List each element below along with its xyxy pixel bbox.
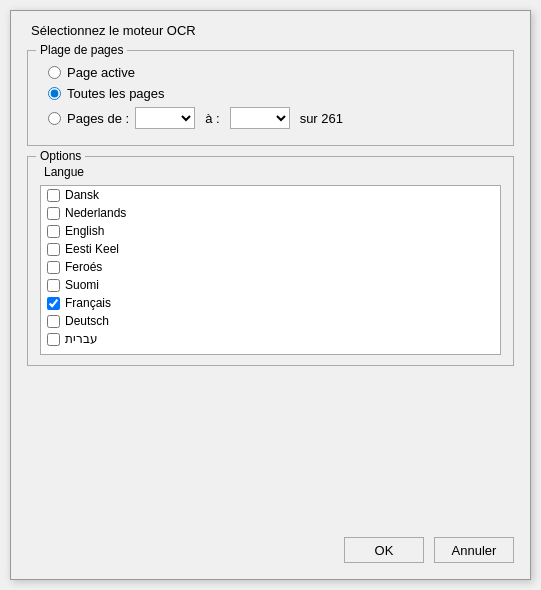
all-pages-label: Toutes les pages — [67, 86, 165, 101]
lang-name: Suomi — [65, 278, 99, 292]
radio-all-pages[interactable] — [48, 87, 61, 100]
page-range-label: Plage de pages — [36, 43, 127, 57]
langue-label: Langue — [40, 165, 501, 179]
lang-name: Eesti Keel — [65, 242, 119, 256]
page-to-select[interactable] — [230, 107, 290, 129]
lang-checkbox[interactable] — [47, 333, 60, 346]
list-item: Feroés — [41, 258, 500, 276]
all-pages-row: Toutes les pages — [48, 86, 501, 101]
lang-name: Français — [65, 296, 111, 310]
lang-checkbox[interactable] — [47, 207, 60, 220]
button-row: OK Annuler — [344, 537, 514, 563]
active-page-row: Page active — [48, 65, 501, 80]
pages-from-row: Pages de : à : sur 261 — [48, 107, 501, 129]
lang-checkbox[interactable] — [47, 279, 60, 292]
ok-button[interactable]: OK — [344, 537, 424, 563]
page-from-select[interactable] — [135, 107, 195, 129]
list-item: Dansk — [41, 186, 500, 204]
pages-from-label: Pages de : — [67, 111, 129, 126]
lang-checkbox[interactable] — [47, 225, 60, 238]
cancel-button[interactable]: Annuler — [434, 537, 514, 563]
list-item: עברית — [41, 330, 500, 348]
active-page-label: Page active — [67, 65, 135, 80]
sur-label: sur 261 — [300, 111, 343, 126]
lang-name: English — [65, 224, 104, 238]
list-item: English — [41, 222, 500, 240]
dialog-title: Sélectionnez le moteur OCR — [27, 23, 514, 38]
list-item: Deutsch — [41, 312, 500, 330]
options-label: Options — [36, 149, 85, 163]
options-group: Options Langue DanskNederlandsEnglishEes… — [27, 156, 514, 366]
list-item: Nederlands — [41, 204, 500, 222]
language-list[interactable]: DanskNederlandsEnglishEesti KeelFeroésSu… — [40, 185, 501, 355]
list-item: Français — [41, 294, 500, 312]
lang-name: Nederlands — [65, 206, 126, 220]
lang-checkbox[interactable] — [47, 261, 60, 274]
lang-name: עברית — [65, 332, 98, 346]
radio-pages-from[interactable] — [48, 112, 61, 125]
lang-checkbox[interactable] — [47, 315, 60, 328]
lang-name: Dansk — [65, 188, 99, 202]
lang-name: Feroés — [65, 260, 102, 274]
pages-separator: à : — [205, 111, 219, 126]
lang-checkbox[interactable] — [47, 189, 60, 202]
lang-checkbox[interactable] — [47, 243, 60, 256]
page-range-group: Plage de pages Page active Toutes les pa… — [27, 50, 514, 146]
lang-checkbox[interactable] — [47, 297, 60, 310]
list-item: Suomi — [41, 276, 500, 294]
dialog: Sélectionnez le moteur OCR Plage de page… — [10, 10, 531, 580]
list-item: Eesti Keel — [41, 240, 500, 258]
lang-name: Deutsch — [65, 314, 109, 328]
radio-active-page[interactable] — [48, 66, 61, 79]
